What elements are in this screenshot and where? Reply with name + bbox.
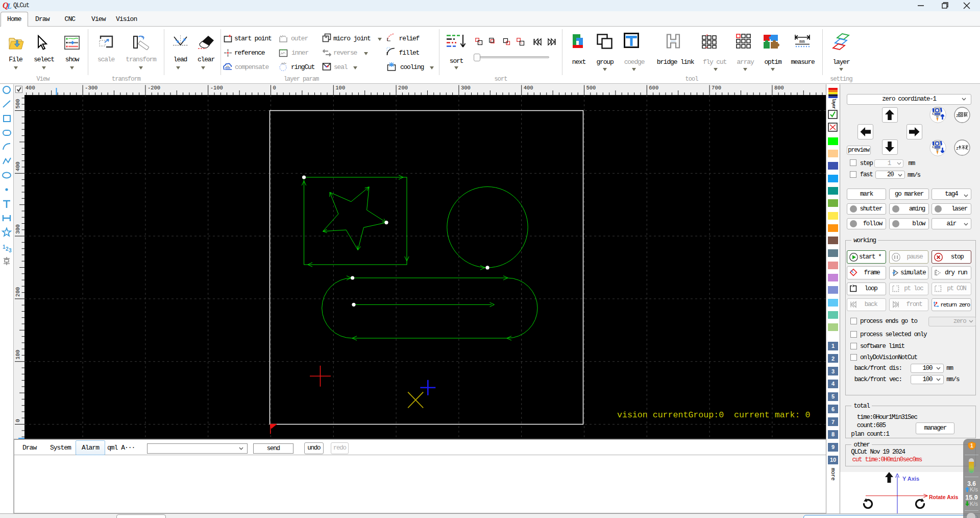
svg-text:800: 800 bbox=[774, 85, 784, 91]
svg-text:mm: mm bbox=[799, 39, 805, 44]
svg-text:3: 3 bbox=[9, 248, 12, 253]
svg-text:500: 500 bbox=[15, 99, 21, 109]
svg-text:400: 400 bbox=[524, 85, 533, 91]
svg-text:200: 200 bbox=[15, 287, 21, 297]
svg-text:0: 0 bbox=[15, 419, 21, 422]
svg-text:0: 0 bbox=[273, 85, 276, 91]
svg-text:300: 300 bbox=[461, 85, 471, 91]
svg-text:100: 100 bbox=[15, 350, 21, 360]
svg-text:700: 700 bbox=[712, 85, 721, 91]
svg-text:500: 500 bbox=[586, 85, 596, 91]
svg-text:300: 300 bbox=[15, 224, 21, 234]
svg-text:600: 600 bbox=[649, 85, 658, 91]
svg-text:-100: -100 bbox=[210, 85, 223, 91]
svg-text:Rotate Axis: Rotate Axis bbox=[929, 494, 959, 500]
svg-text:z: z bbox=[956, 146, 959, 151]
svg-text:1: 1 bbox=[970, 443, 973, 449]
svg-text:400: 400 bbox=[15, 161, 21, 171]
svg-text:-400: -400 bbox=[24, 85, 35, 91]
svg-text:-200: -200 bbox=[148, 85, 160, 91]
svg-text:200: 200 bbox=[398, 85, 408, 91]
svg-text:Y Axis: Y Axis bbox=[902, 476, 919, 482]
svg-text:z: z bbox=[956, 113, 959, 118]
svg-text:-300: -300 bbox=[85, 85, 97, 91]
svg-text:100: 100 bbox=[335, 85, 345, 91]
svg-text:vision currentGroup:0 current: vision currentGroup:0 current mark: 0 bbox=[617, 410, 810, 420]
